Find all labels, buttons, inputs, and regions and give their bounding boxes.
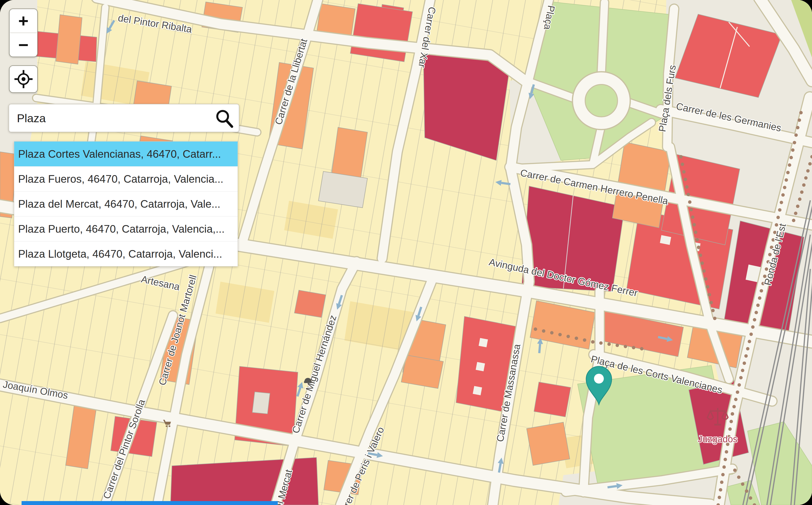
search-results-dropdown: Plaza Cortes Valencianas, 46470, Catarr.… [14,141,238,267]
search-icon[interactable] [213,107,235,129]
search-result-item[interactable]: Plaza Fueros, 46470, Catarroja, Valencia… [14,167,237,191]
search-result-item[interactable]: Plaza Puerto, 46470, Catarroja, Valencia… [14,216,237,241]
map-app-window: del Pintor RibaltaCarrer de la Llibertat… [0,0,812,505]
search-input[interactable] [9,112,213,125]
zoom-out-button[interactable]: − [10,33,37,56]
search-box [9,104,239,132]
search-result-item[interactable]: Plaza Llotgeta, 46470, Catarroja, Valenc… [14,241,237,266]
search-result-item[interactable]: Plaza del Mercat, 46470, Catarroja, Vale… [14,191,237,216]
crosshair-icon [14,69,33,89]
courthouse-label: Juzgados [698,434,738,444]
zoom-control: + − [9,9,38,57]
zoom-in-button[interactable]: + [10,9,37,33]
bottom-blue-bar [22,501,278,505]
search-result-item[interactable]: Plaza Cortes Valencianas, 46470, Catarr.… [14,142,237,167]
locate-button[interactable] [9,65,38,93]
